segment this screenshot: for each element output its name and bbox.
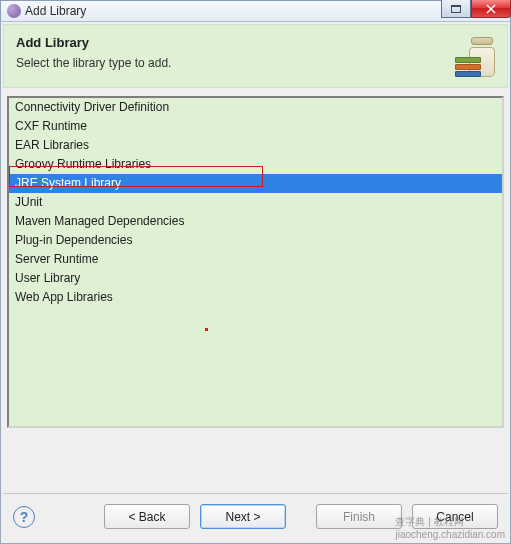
dialog-client: Add Library Select the library type to a… — [0, 22, 511, 544]
list-item[interactable]: Plug-in Dependencies — [9, 231, 502, 250]
back-button[interactable]: < Back — [104, 504, 190, 529]
list-item[interactable]: Web App Libraries — [9, 288, 502, 307]
help-button[interactable]: ? — [13, 506, 35, 528]
next-button[interactable]: Next > — [200, 504, 286, 529]
window-title: Add Library — [25, 4, 86, 18]
finish-button[interactable]: Finish — [316, 504, 402, 529]
list-item[interactable]: User Library — [9, 269, 502, 288]
app-icon — [7, 4, 21, 18]
list-item[interactable]: CXF Runtime — [9, 117, 502, 136]
maximize-icon — [451, 5, 461, 13]
list-item[interactable]: JRE System Library — [9, 174, 502, 193]
list-item[interactable]: JUnit — [9, 193, 502, 212]
help-icon: ? — [20, 509, 29, 525]
red-dot-annotation — [205, 328, 208, 331]
close-icon — [486, 4, 496, 14]
dialog-header: Add Library Select the library type to a… — [3, 24, 508, 88]
dialog-title: Add Library — [16, 35, 495, 50]
list-item[interactable]: Groovy Runtime Libraries — [9, 155, 502, 174]
library-type-listbox[interactable]: Connectivity Driver DefinitionCXF Runtim… — [7, 96, 504, 428]
cancel-button[interactable]: Cancel — [412, 504, 498, 529]
dialog-subtitle: Select the library type to add. — [16, 56, 495, 70]
list-item[interactable]: Connectivity Driver Definition — [9, 98, 502, 117]
list-item[interactable]: EAR Libraries — [9, 136, 502, 155]
list-item[interactable]: Server Runtime — [9, 250, 502, 269]
close-button[interactable] — [471, 0, 511, 18]
window-controls — [441, 0, 511, 18]
nav-buttons: < Back Next > Finish Cancel — [104, 504, 498, 529]
window-titlebar: Add Library — [0, 0, 511, 22]
maximize-button[interactable] — [441, 0, 471, 18]
button-row: ? < Back Next > Finish Cancel — [1, 494, 510, 543]
library-jar-icon — [455, 35, 497, 77]
list-item[interactable]: Maven Managed Dependencies — [9, 212, 502, 231]
content-area: Connectivity Driver DefinitionCXF Runtim… — [7, 96, 504, 487]
